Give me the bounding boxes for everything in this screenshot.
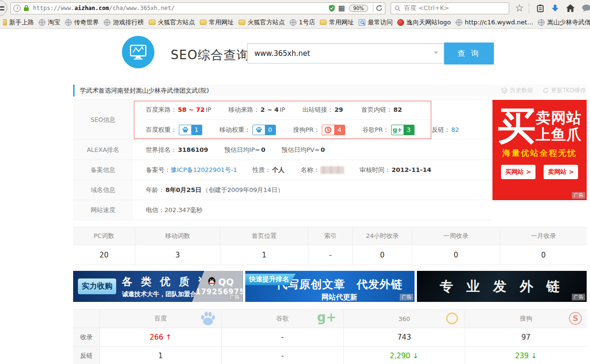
- ad-banner-backlinks[interactable]: 专 业 发 外 链 广告: [417, 271, 587, 302]
- speed-row: 网站速度 电信：202.347毫秒: [73, 200, 492, 220]
- homepage-internal-links: 首页内链：82: [361, 106, 403, 114]
- stats-value-cell[interactable]: 0: [353, 245, 412, 265]
- site-title: 学武术首选河南登封嵩山少林寺武僧团文武(院): [80, 86, 501, 95]
- globe-icon: [104, 19, 110, 26]
- baidu-weight[interactable]: 百度权重：1: [146, 125, 202, 135]
- stats-value-cell[interactable]: 20: [73, 245, 135, 265]
- mobile-traffic: 移动来路：2 ~ 4IP: [229, 106, 285, 114]
- icp-number[interactable]: 备案号：豫ICP备12022901号-1: [146, 166, 237, 174]
- bookmark-item[interactable]: 1号店: [287, 18, 317, 27]
- bookmark-item[interactable]: 淘宝: [36, 18, 63, 27]
- page-info-icon[interactable]: i: [13, 5, 21, 12]
- side-ad-lines: 卖网站 上鱼爪: [536, 109, 582, 142]
- browser-nav-row: i https://www.aizhan.com/cha/www.365xh.n…: [0, 0, 590, 16]
- banner1-qq-row: QQ: [207, 277, 234, 287]
- seo-line-2: 百度权重：1 移动权重：0 搜狗PR：S4 谷歌PR：g+3 反链：82: [146, 120, 433, 139]
- stats-value-cell[interactable]: 1: [220, 245, 308, 265]
- banner-ads-row: 实力收购 各 类 优 质 资 源 诚邀技术大牛，团队加盟合作 QQ 179256…: [73, 271, 587, 302]
- stats-value-cell[interactable]: 0: [500, 245, 587, 265]
- value: 97: [522, 333, 531, 342]
- buy-site-button[interactable]: 买网站 >: [501, 165, 535, 179]
- 360-backlinks[interactable]: 2,290 ↓: [344, 347, 466, 364]
- icp-number-link[interactable]: 豫ICP备12022901号-1: [171, 166, 237, 174]
- aizhan-logo: [122, 36, 154, 68]
- divider: [529, 3, 529, 13]
- bookmark-item[interactable]: 逸向天网站logo: [395, 18, 453, 27]
- google-pr[interactable]: 谷歌PR：g+3: [362, 125, 415, 135]
- bookmark-item[interactable]: 火狐官方站点: [236, 18, 287, 27]
- bookmark-star-icon[interactable]: ☆: [515, 3, 524, 13]
- 360-collected[interactable]: 743: [344, 328, 466, 346]
- bookmark-item[interactable]: 最常访问: [356, 18, 395, 27]
- stats-value-cell[interactable]: 3: [135, 245, 220, 265]
- stats-header-cell: 一周收录: [412, 227, 500, 245]
- main-content: 学武术首选河南登封嵩山少林寺武僧团文武(院) 历史数据 更新TKD缓存 SEO信…: [73, 85, 587, 364]
- qr-code-icon[interactable]: ▦: [339, 5, 345, 12]
- sogou-collected[interactable]: 97: [465, 328, 587, 346]
- engine-backlinks-row: 反链 1 - 2,290 ↓ 239 ↓: [73, 347, 587, 364]
- downloads-icon[interactable]: [551, 4, 559, 12]
- row-label: 反链: [73, 347, 100, 364]
- bookmark-label: 淘宝: [48, 18, 60, 27]
- value: 2,290 ↓: [390, 352, 418, 360]
- domain-values: 年龄：8年0月25日（创建于2009年09月14日）: [133, 180, 492, 200]
- bookmark-item[interactable]: 常用网址: [317, 18, 356, 27]
- reload-icon[interactable]: [376, 5, 382, 11]
- telecom-speed: 电信：202.347毫秒: [146, 206, 203, 214]
- back-button[interactable]: [0, 0, 7, 16]
- stats-value-row: 20 3 1 - 0 0 0: [73, 245, 587, 265]
- stats-value-cell[interactable]: 0: [412, 245, 500, 265]
- zoom-level-badge[interactable]: 90%: [349, 5, 368, 12]
- ad-banner-resources[interactable]: 实力收购 各 类 优 质 资 源 诚邀技术大牛，团队加盟合作 QQ 179256…: [73, 271, 243, 302]
- bookmark-item[interactable]: 嵩山少林寺武僧文武…: [535, 18, 590, 27]
- bookmark-label: 常用网址: [209, 18, 234, 27]
- history-data-label: 历史数据: [510, 86, 533, 95]
- bookmark-item[interactable]: 游戏排行榜: [101, 18, 146, 27]
- engine-name: 360: [398, 315, 410, 322]
- back-button-glyph: [0, 6, 4, 8]
- side-ad-buttons: 买网站 > 卖网站 >: [492, 165, 587, 179]
- url-bar[interactable]: i https://www.aizhan.com/cha/www.365xh.n…: [11, 2, 385, 14]
- query-input[interactable]: [247, 43, 444, 64]
- side-ad-banner[interactable]: 买 卖网站 上鱼爪 海量优站全程无忧 买网站 > 卖网站 > 广告: [492, 100, 587, 200]
- engine-name: 搜狗: [520, 314, 532, 323]
- bookmarks-menu-icon[interactable]: [536, 4, 544, 12]
- globe-icon: [538, 19, 545, 26]
- chat-icon[interactable]: [582, 4, 590, 12]
- bookmark-item[interactable]: 新手上路: [0, 18, 36, 27]
- sogou-backlinks[interactable]: 239 ↓: [465, 347, 587, 364]
- bookmark-item[interactable]: 火狐官方站点: [146, 18, 197, 27]
- browser-search-box[interactable]: 百度 <Ctrl+K>: [391, 2, 509, 14]
- icp-name: 名称：: [301, 166, 344, 174]
- sell-site-button[interactable]: 卖网站 >: [544, 165, 578, 179]
- bookmark-label: 新手上路: [9, 18, 34, 27]
- stats-header-cell: 24小时收录: [353, 227, 412, 245]
- url-text[interactable]: https://www.aizhan.com/cha/www.365xh.net…: [33, 5, 327, 11]
- stats-header-cell: 移动词数: [135, 227, 220, 245]
- dropdown-arrow-icon[interactable]: [434, 52, 438, 56]
- history-data-button[interactable]: 历史数据: [501, 86, 533, 95]
- bookmark-item[interactable]: http://c16.wywd.net…: [453, 19, 535, 26]
- baidu-collected[interactable]: 266 ↑: [100, 328, 222, 346]
- update-tkd-button[interactable]: 更新TKD缓存: [543, 86, 586, 95]
- mobile-weight-badge: 0: [252, 125, 276, 135]
- engine-header-baidu: 百度: [100, 310, 222, 328]
- sogou-icon: S: [569, 312, 582, 325]
- sogou-pr[interactable]: 搜狗PR：S4: [293, 125, 345, 135]
- stats-header-row: PC词数 移动词数 首页位置 索引 24小时收录 一周收录 一月收录: [73, 227, 587, 245]
- google-plus-icon: g+: [392, 125, 404, 135]
- query-button[interactable]: 查 询: [444, 43, 494, 64]
- mobile-weight[interactable]: 移动权重：0: [219, 125, 276, 135]
- value: 1: [158, 352, 163, 360]
- accent-bar: [73, 85, 75, 96]
- home-icon[interactable]: [566, 4, 575, 12]
- seo-query-header: SEO综合查询 查 询: [0, 29, 590, 73]
- adguard-shield-icon[interactable]: [328, 4, 336, 12]
- row-label: 域名信息: [73, 180, 133, 200]
- engine-name: 谷歌: [276, 314, 289, 323]
- bookmark-item[interactable]: 传奇世界: [63, 18, 101, 27]
- row-label: 备案信息: [73, 160, 133, 180]
- bookmark-item[interactable]: 常用网址: [197, 18, 236, 27]
- ad-banner-articles[interactable]: 快速提升排名 代写原创文章 代发外链 网站代更新 广告: [245, 271, 415, 302]
- baidu-backlinks[interactable]: 1: [100, 347, 222, 364]
